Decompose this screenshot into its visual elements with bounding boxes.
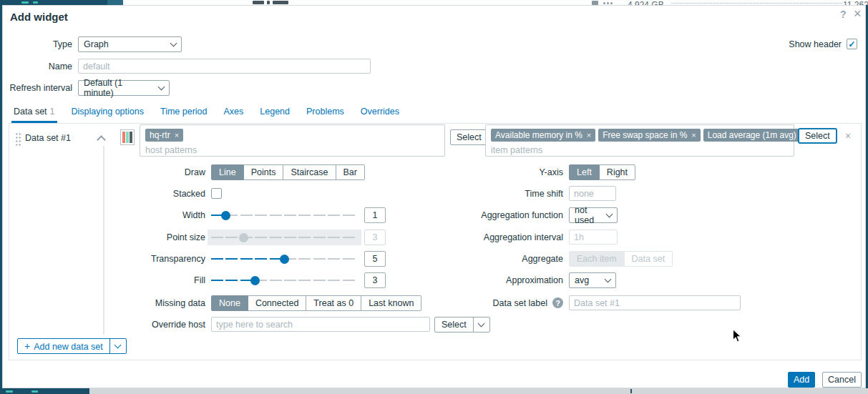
type-label: Type [3,36,72,52]
time-shift-input[interactable] [569,186,616,201]
background-page-top-strip: 4.924 GB 11.262 [123,0,868,5]
background-metric-value: 11.262 [843,0,868,5]
add-new-data-set-button[interactable]: +Add new data set [18,339,109,353]
y-axis-option-left[interactable]: Left [569,164,600,180]
host-chip[interactable]: hq-rtr × [145,129,183,142]
clipped-background-text [253,1,264,4]
tab-displaying-options[interactable]: Displaying options [69,103,146,123]
item-chip[interactable]: Free swap space in % × [598,129,701,142]
host-patterns-multiselect[interactable]: hq-rtr × host patterns [140,124,445,157]
type-select[interactable]: Graph [78,36,182,52]
show-header-field: Show header [789,39,857,49]
transparency-slider-thumb[interactable] [280,255,289,264]
chevron-down-icon [170,39,177,46]
draw-option-points[interactable]: Points [244,164,284,180]
chip-remove-icon[interactable]: × [691,131,696,139]
y-axis-label: Y-axis [367,164,563,180]
swatch-stripe [130,132,132,143]
help-icon[interactable]: ? [840,9,847,20]
point-size-label: Point size [9,230,205,245]
approximation-value: avg [575,275,589,285]
width-slider-thumb[interactable] [221,211,230,220]
chevron-down-icon [114,341,122,348]
page: { "icons": { "help": "?", "close": "\u00… [0,0,868,394]
missing-data-option-treat-as-0[interactable]: Treat as 0 [306,295,361,311]
background-page-bottom-strip [0,388,868,394]
tab-overrides[interactable]: Overrides [359,103,401,123]
draw-option-staircase[interactable]: Staircase [283,164,336,180]
background-bottom-bar [89,388,868,394]
aggregate-segmented: Each item Data set [569,251,673,267]
background-sidebar-mark [6,390,13,393]
item-chip[interactable]: Load average (1m avg) × [703,129,810,142]
add-new-data-set-split-button: +Add new data set [17,338,127,354]
draw-option-line[interactable]: Line [211,164,244,180]
tab-axes[interactable]: Axes [222,103,246,123]
host-select-button[interactable]: Select [450,129,488,145]
tab-count: 1 [50,107,55,117]
color-palette-swatch[interactable] [120,129,135,145]
swatch-stripe [126,132,129,143]
background-sidebar-mark [33,1,38,4]
time-shift-label: Time shift [367,186,563,202]
tab-time-period[interactable]: Time period [158,103,210,123]
width-slider[interactable] [211,207,357,223]
drag-handle-icon[interactable] [15,132,21,146]
approximation-select[interactable]: avg [569,272,616,288]
add-button[interactable]: Add [788,372,815,388]
add-new-data-set-dropdown[interactable] [109,339,126,353]
tab-data-set[interactable]: Data set1 [11,103,57,123]
y-axis-option-right[interactable]: Right [600,164,635,180]
name-input[interactable] [78,59,371,74]
fill-slider-thumb[interactable] [250,276,260,285]
background-metric-value: 4.924 GB [628,0,670,5]
data-set-panel: Data set #1 hq-rtr × host patterns Selec… [9,123,862,360]
aggregation-function-select[interactable]: not used [569,207,618,223]
plus-icon: + [24,340,30,352]
cancel-button[interactable]: Cancel [822,372,862,388]
dialog-tabs: Data set1 Displaying options Time period… [3,103,865,123]
draw-label: Draw [9,164,205,180]
remove-data-set-icon[interactable]: × [845,130,851,142]
missing-data-option-connected[interactable]: Connected [248,295,306,311]
y-axis-segmented: Left Right [569,164,635,180]
transparency-label: Transparency [9,251,205,267]
data-set-label-label: Data set label [367,295,547,311]
transparency-slider[interactable] [211,251,357,267]
point-size-slider-thumb [239,233,248,242]
item-patterns-multiselect[interactable]: Available memory in % × Free swap space … [485,124,794,157]
override-host-select-dropdown[interactable] [473,317,489,332]
refresh-interval-select[interactable]: Default (1 minute) [78,80,170,96]
draw-segmented: Line Points Staircase Bar [211,164,365,180]
help-circle-icon[interactable]: ? [552,297,563,308]
close-icon[interactable]: × [854,6,862,21]
dialog-title: Add widget [10,11,68,23]
data-set-label-input[interactable] [569,295,741,310]
tab-problems[interactable]: Problems [304,103,346,123]
name-label: Name [3,59,72,74]
item-chip[interactable]: Available memory in % × [491,129,595,142]
override-host-select-split-button: Select [434,317,490,333]
item-select-button[interactable]: Select [798,128,837,144]
show-header-label: Show header [789,39,842,49]
chip-remove-icon[interactable]: × [175,131,179,139]
fill-slider[interactable] [211,272,357,288]
missing-data-option-none[interactable]: None [211,295,248,311]
tab-legend[interactable]: Legend [258,103,292,123]
chip-label: Available memory in % [495,130,582,140]
override-host-label: Override host [9,317,205,333]
override-host-select-button[interactable]: Select [435,317,473,332]
fill-label: Fill [9,272,205,288]
chip-label: Load average (1m avg) [708,130,796,140]
aggregation-function-value: not used [575,205,603,225]
collapse-chevron-icon[interactable] [97,135,106,144]
override-host-input[interactable] [211,317,430,332]
chip-remove-icon[interactable]: × [587,131,591,139]
draw-option-bar[interactable]: Bar [336,164,365,180]
background-sidebar-block [107,0,123,5]
stacked-checkbox[interactable] [211,188,222,199]
refresh-interval-value: Default (1 minute) [84,78,155,98]
show-header-checkbox[interactable] [847,39,857,49]
tab-label: Data set [14,107,47,117]
aggregate-label: Aggregate [367,251,563,267]
